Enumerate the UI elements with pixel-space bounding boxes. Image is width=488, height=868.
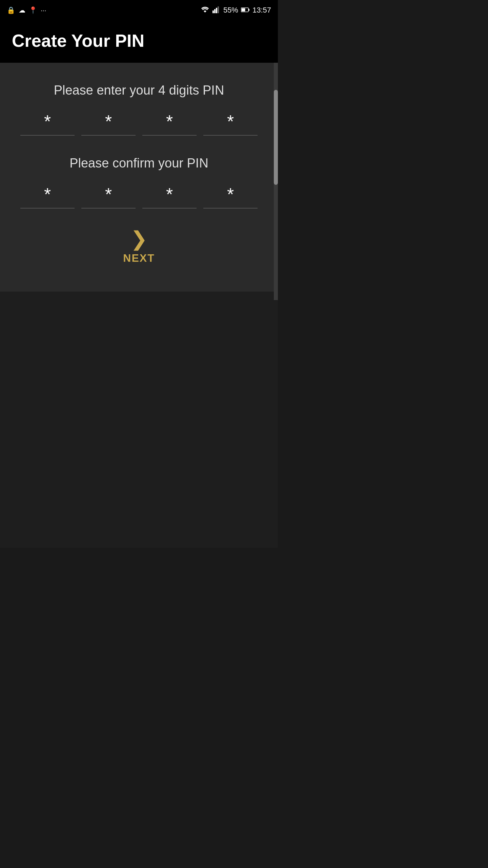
status-bar-left: 🔒 ☁ 📍 ··· <box>7 6 46 14</box>
lower-body <box>0 292 278 548</box>
more-icon: ··· <box>41 6 46 14</box>
pin-underline-2 <box>81 135 136 136</box>
status-bar: 🔒 ☁ 📍 ··· 55% <box>0 0 278 20</box>
confirm-field-3[interactable]: * <box>142 184 197 209</box>
confirm-underline-2 <box>81 208 136 209</box>
svg-rect-3 <box>218 6 219 13</box>
pin-field-3[interactable]: * <box>142 111 197 136</box>
pin-underline-1 <box>20 135 75 136</box>
confirm-field-1[interactable]: * <box>20 184 75 209</box>
battery-percentage: 55% <box>223 6 238 15</box>
scrollbar-track[interactable] <box>274 63 278 300</box>
confirm-digit-3: * <box>166 184 173 204</box>
location-icon: 📍 <box>29 6 37 14</box>
svg-rect-1 <box>214 9 216 13</box>
pin-field-4[interactable]: * <box>203 111 258 136</box>
confirm-field-2[interactable]: * <box>81 184 136 209</box>
signal-icon <box>212 6 221 15</box>
confirm-underline-4 <box>203 208 258 209</box>
pin-confirm-fields: * * * * <box>10 184 268 209</box>
weather-icon: ☁ <box>19 6 25 14</box>
page-title: Create Your PIN <box>12 31 266 51</box>
scrollbar-thumb[interactable] <box>274 90 278 185</box>
pin-enter-fields: * * * * <box>10 111 268 136</box>
next-button-label: NEXT <box>123 252 155 264</box>
pin-digit-1: * <box>44 111 51 132</box>
pin-digit-3: * <box>166 111 173 132</box>
confirm-digit-2: * <box>105 184 112 204</box>
next-button-area[interactable]: ❯ NEXT <box>10 229 268 264</box>
pin-field-1[interactable]: * <box>20 111 75 136</box>
pin-digit-2: * <box>105 111 112 132</box>
pin-digit-4: * <box>227 111 234 132</box>
main-content: Please enter your 4 digits PIN * * * * P… <box>0 63 278 292</box>
pin-field-2[interactable]: * <box>81 111 136 136</box>
confirm-field-4[interactable]: * <box>203 184 258 209</box>
wifi-icon <box>200 6 210 15</box>
header: Create Your PIN <box>0 20 278 63</box>
status-bar-right: 55% 13:57 <box>200 6 271 15</box>
confirm-pin-label: Please confirm your PIN <box>10 156 268 171</box>
svg-rect-6 <box>241 8 245 11</box>
confirm-digit-4: * <box>227 184 234 204</box>
battery-icon <box>241 6 250 14</box>
enter-pin-label: Please enter your 4 digits PIN <box>10 83 268 98</box>
confirm-underline-3 <box>142 208 197 209</box>
pin-underline-3 <box>142 135 197 136</box>
time-display: 13:57 <box>252 6 271 15</box>
lock-icon: 🔒 <box>7 6 15 14</box>
svg-rect-2 <box>216 8 217 13</box>
svg-rect-0 <box>212 11 214 13</box>
pin-underline-4 <box>203 135 258 136</box>
chevron-right-icon: ❯ <box>130 229 147 249</box>
svg-rect-5 <box>248 9 249 11</box>
confirm-underline-1 <box>20 208 75 209</box>
confirm-digit-1: * <box>44 184 51 204</box>
